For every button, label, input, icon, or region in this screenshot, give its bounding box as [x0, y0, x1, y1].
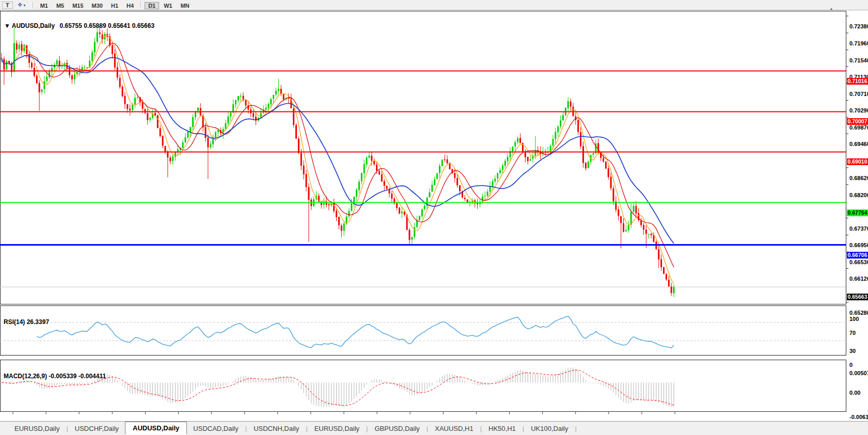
timeframe-button-m15[interactable]: M15 — [69, 2, 87, 9]
price-axis-label: 0.70290 — [849, 107, 868, 114]
macd-axis-label: 0.005076 — [849, 370, 868, 376]
timeframe-button-h4[interactable]: H4 — [123, 2, 137, 9]
price-axis-label: 0.66530 — [849, 259, 868, 265]
timeframe-button-mn[interactable]: MN — [177, 2, 193, 9]
toolbar-separator — [140, 1, 141, 8]
level-price-tag: 0.71016 — [847, 78, 868, 85]
chart-tab-xauusd-h1[interactable]: XAUUSD,H1 — [429, 423, 479, 434]
timeframe-button-w1[interactable]: W1 — [160, 2, 176, 9]
chart-tab-usdchf-daily[interactable]: USDCHF,Daily — [69, 423, 125, 434]
level-price-tag: 0.69010 — [847, 158, 868, 165]
chart-tab-gbpusd-daily[interactable]: GBPUSD,Daily — [368, 423, 425, 434]
tab-separator: | — [574, 425, 577, 432]
close-value: 0.65663 — [132, 22, 154, 29]
moving-averages-layer — [2, 35, 674, 284]
level-lines-layer — [0, 71, 846, 245]
terminal-window: T ❖▾ M1M5M15M30H1H4D1W1MN ▴ ▼ AUDUSD,Dai… — [0, 0, 868, 435]
chart-tab-eurusd-daily[interactable]: EURUSD,Daily — [8, 423, 66, 434]
rsi-axis-label: 30 — [849, 348, 856, 354]
chart-ohlc-readout[interactable]: ▼ AUDUSD,Daily 0.65755 0.65889 0.65641 0… — [4, 22, 154, 29]
timeframe-button-h1[interactable]: H1 — [107, 2, 122, 9]
price-axis-label: 0.65280 — [849, 310, 868, 316]
price-axis-label: 0.71540 — [849, 57, 868, 63]
price-axis-label: 0.70710 — [849, 91, 868, 97]
chart-tab-uk100-daily[interactable]: UK100,Daily — [525, 423, 574, 434]
axis-ticks — [13, 16, 848, 414]
chart-tab-usdcad-daily[interactable]: USDCAD,Daily — [187, 423, 244, 434]
rsi-axis-label: 70 — [849, 330, 856, 336]
level-price-tag: 0.67754 — [847, 210, 868, 216]
macd-axis-label: 0.00 — [849, 390, 860, 396]
price-axis-label: 0.69460 — [849, 141, 868, 147]
chart-panel[interactable]: ▼ AUDUSD,Daily 0.65755 0.65889 0.65641 0… — [0, 10, 868, 421]
toolbar-separator — [33, 2, 34, 8]
rsi-axis-label: 0 — [849, 362, 853, 368]
macd-axis-label: -0.006148 — [849, 414, 868, 420]
price-axis-label: 0.67370 — [849, 225, 868, 232]
level-price-tag: 0.70007 — [847, 118, 868, 125]
rsi-axis-label: 100 — [849, 316, 859, 322]
collapse-chart-icon[interactable]: ▼ — [4, 22, 10, 29]
chart-symbol-label: AUDUSD,Daily — [12, 22, 55, 29]
rsi-indicator-label: RSI(14) 26.3397 — [4, 318, 49, 326]
timeframe-button-d1[interactable]: D1 — [145, 2, 159, 9]
high-value: 0.65889 — [84, 22, 106, 29]
timeframe-button-m1[interactable]: M1 — [37, 2, 52, 9]
price-axis-label: 0.72380 — [849, 23, 868, 29]
timeframe-button-m5[interactable]: M5 — [53, 2, 68, 9]
chevron-down-icon: ▾ — [24, 3, 26, 8]
timeframe-button-m30[interactable]: M30 — [88, 2, 106, 9]
chart-tab-audusd-daily[interactable]: AUDUSD,Daily — [125, 422, 187, 434]
symbols-cycle-button[interactable]: ❖▾ — [14, 1, 29, 9]
low-value: 0.65641 — [108, 22, 130, 29]
price-axis-label: 0.66950 — [849, 242, 868, 248]
chart-tab-bar: EURUSD,Daily|USDCHF,DailyAUDUSD,DailyUSD… — [0, 421, 868, 435]
candles-layer — [1, 25, 675, 297]
open-value: 0.65755 — [59, 22, 82, 29]
price-axis-label: 0.71960 — [849, 40, 868, 46]
price-axis-label: 0.66120 — [849, 276, 868, 282]
chart-tab-usdcnh-daily[interactable]: USDCNH,Daily — [247, 423, 305, 434]
price-axis-label: 0.69870 — [849, 124, 868, 131]
current-price-tag: 0.65663 — [847, 294, 868, 300]
text-tool-button[interactable]: T — [2, 2, 13, 9]
level-price-tag: 0.66706 — [847, 252, 868, 259]
timeframe-toolbar: T ❖▾ M1M5M15M30H1H4D1W1MN ▴ — [0, 0, 868, 10]
price-axis-label: 0.68620 — [849, 175, 868, 181]
price-axis-label: 0.68200 — [849, 192, 868, 198]
rsi-layer — [0, 316, 846, 348]
symbols-cycle-icon: ❖ — [18, 2, 23, 8]
chart-tab-hk50-h1[interactable]: HK50,H1 — [482, 423, 522, 434]
macd-indicator-label: MACD(12,26,9) -0.005339 -0.004411 — [4, 373, 106, 380]
timeframe-buttons: M1M5M15M30H1H4D1W1MN — [36, 1, 194, 9]
price-chart-svg[interactable] — [0, 10, 868, 421]
chart-tab-eurusd-daily[interactable]: EURUSD,Daily — [308, 423, 366, 434]
